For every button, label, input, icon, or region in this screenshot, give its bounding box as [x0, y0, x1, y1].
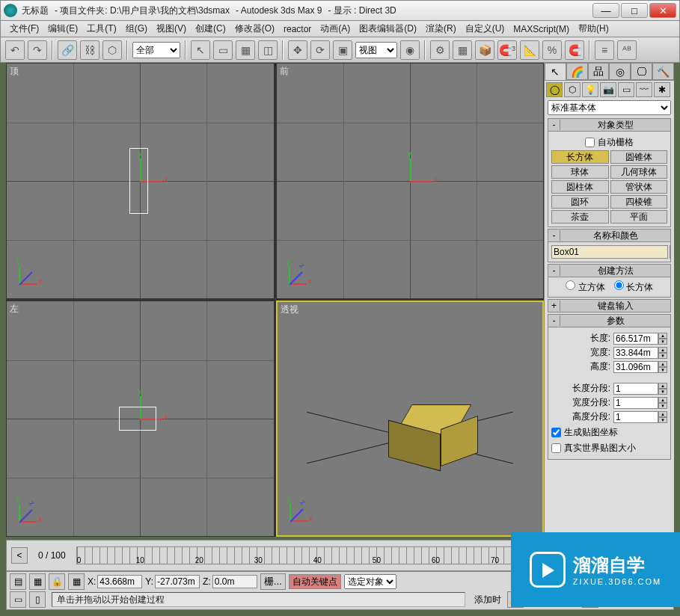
object-torus-button[interactable]: 圆环 [551, 195, 609, 209]
create-systems-button[interactable]: ✱ [654, 82, 670, 97]
window-maximize-button[interactable]: □ [621, 3, 648, 18]
menu-anim[interactable]: 动画(A) [316, 22, 355, 35]
tab-create[interactable]: ↖ [545, 63, 566, 80]
object-cylinder-button[interactable]: 圆柱体 [551, 180, 609, 194]
lseg-spinner-up[interactable]: ▲ [658, 383, 667, 389]
rollout-parameters[interactable]: -参数 [548, 314, 671, 327]
object-teapot-button[interactable]: 茶壶 [551, 210, 609, 224]
tab-motion[interactable]: ◎ [609, 63, 631, 80]
create-lights-button[interactable]: 💡 [582, 82, 598, 97]
wseg-input[interactable] [613, 397, 658, 409]
percent-snap-button[interactable]: 📐 [520, 40, 539, 60]
y-coord-input[interactable] [155, 575, 200, 588]
move-button[interactable]: ✥ [288, 40, 307, 60]
select-name-button[interactable]: ▭ [213, 40, 233, 60]
hseg-spinner-down[interactable]: ▼ [658, 417, 667, 423]
create-shapes-button[interactable]: ⬡ [564, 82, 581, 97]
window-close-button[interactable]: ✕ [649, 3, 676, 18]
width-spinner-up[interactable]: ▲ [658, 347, 667, 353]
tab-hierarchy[interactable]: 品 [588, 63, 610, 80]
z-coord-input[interactable] [212, 575, 257, 588]
object-geosphere-button[interactable]: 几何球体 [610, 165, 668, 179]
create-cameras-button[interactable]: 📷 [600, 82, 616, 97]
select-window-button[interactable]: ◫ [258, 40, 278, 60]
object-name-input[interactable] [551, 245, 668, 259]
viewport-top[interactable]: 顶 [6, 63, 275, 299]
undo-button[interactable]: ↶ [5, 40, 25, 60]
prompt-button[interactable]: ▯ [29, 591, 46, 608]
abs-transform-button[interactable]: ▦ [68, 573, 85, 590]
script-listener-button[interactable]: ▭ [10, 591, 26, 608]
edged-faces-button[interactable]: 🧲 [565, 40, 584, 60]
bind-button[interactable]: ⬡ [102, 40, 122, 60]
hseg-input[interactable] [613, 411, 658, 423]
keyboard-shortcut-button[interactable]: ▦ [453, 40, 472, 60]
color-swatch[interactable] [670, 245, 671, 259]
menu-group[interactable]: 组(G) [121, 22, 152, 35]
menu-graph[interactable]: 图表编辑器(D) [355, 22, 421, 35]
radio-box[interactable]: 长方体 [614, 280, 653, 294]
length-input[interactable] [613, 333, 658, 345]
menu-tools[interactable]: 工具(T) [82, 22, 120, 35]
menu-modifier[interactable]: 修改器(O) [230, 22, 279, 35]
menu-help[interactable]: 帮助(H) [574, 22, 613, 35]
angle-snap-button[interactable]: 🧲³ [497, 40, 517, 60]
viewport-front[interactable]: 前 [276, 63, 545, 299]
rollout-create-method[interactable]: -创建方法 [548, 264, 671, 277]
lseg-spinner-down[interactable]: ▼ [658, 389, 667, 395]
rollout-object-type[interactable]: -对象类型 [548, 118, 671, 132]
menu-custom[interactable]: 自定义(U) [461, 22, 509, 35]
lock-selection-button[interactable]: 🔒 [49, 573, 65, 590]
object-sphere-button[interactable]: 球体 [551, 165, 609, 179]
height-input[interactable] [613, 361, 658, 373]
wseg-spinner-down[interactable]: ▼ [658, 403, 667, 409]
track-toggle-button[interactable]: < [11, 547, 28, 564]
rollout-keyboard-input[interactable]: +键盘输入 [548, 299, 671, 312]
menu-view[interactable]: 视图(V) [152, 22, 191, 35]
category-select[interactable]: 标准基本体 [548, 100, 671, 115]
length-spinner-up[interactable]: ▲ [658, 333, 667, 339]
mirror-button[interactable]: ᴬᴮ [617, 40, 637, 60]
rollout-name-color[interactable]: -名称和颜色 [548, 229, 671, 242]
radio-cube[interactable]: 立方体 [566, 280, 604, 294]
autogrid-checkbox[interactable] [585, 138, 595, 147]
rotate-button[interactable]: ⟳ [310, 40, 330, 60]
real-world-checkbox[interactable] [551, 443, 561, 453]
menu-render[interactable]: 渲染(R) [421, 22, 461, 35]
length-spinner-down[interactable]: ▼ [658, 339, 667, 345]
pivot-button[interactable]: ◉ [400, 40, 420, 60]
menu-maxscript[interactable]: MAXScript(M) [509, 24, 574, 34]
height-spinner-up[interactable]: ▲ [658, 361, 667, 367]
unlink-button[interactable]: ⛓ [80, 40, 99, 60]
key-target-select[interactable]: 选定对象 [344, 574, 396, 589]
link-button[interactable]: 🔗 [58, 40, 77, 60]
autokey-button[interactable]: 自动关键点 [289, 574, 341, 589]
redo-button[interactable]: ↷ [28, 40, 47, 60]
hseg-spinner-up[interactable]: ▲ [658, 411, 667, 417]
object-pyramid-button[interactable]: 四棱锥 [610, 195, 668, 209]
menu-reactor[interactable]: reactor [279, 24, 316, 34]
grid-toggle-button[interactable]: 栅... [260, 573, 286, 590]
dope-sheet-button[interactable]: ▦ [29, 573, 46, 590]
snap-button[interactable]: 📦 [475, 40, 494, 60]
x-coord-input[interactable] [97, 575, 142, 588]
tab-modify[interactable]: 🌈 [566, 63, 588, 80]
manipulate-button[interactable]: ⚙ [430, 40, 450, 60]
tab-display[interactable]: 🖵 [631, 63, 652, 80]
width-spinner-down[interactable]: ▼ [658, 353, 667, 359]
scale-button[interactable]: ▣ [333, 40, 352, 60]
selection-filter-select[interactable]: 全部 [132, 42, 180, 58]
select-region-button[interactable]: ▦ [236, 40, 255, 60]
create-spacewarps-button[interactable]: 〰 [636, 82, 652, 97]
curve-editor-button[interactable]: ▤ [10, 573, 26, 590]
wseg-spinner-up[interactable]: ▲ [658, 397, 667, 403]
select-cursor-button[interactable]: ↖ [191, 40, 210, 60]
object-box-button[interactable]: 长方体 [551, 150, 609, 164]
viewport-perspective[interactable]: 透视 [276, 301, 545, 537]
menu-edit[interactable]: 编辑(E) [43, 22, 82, 35]
spinner-snap-button[interactable]: % [542, 40, 562, 60]
window-minimize-button[interactable]: — [592, 3, 619, 18]
named-sel-button[interactable]: ≡ [595, 40, 614, 60]
lseg-input[interactable] [613, 383, 658, 395]
width-input[interactable] [613, 347, 658, 359]
